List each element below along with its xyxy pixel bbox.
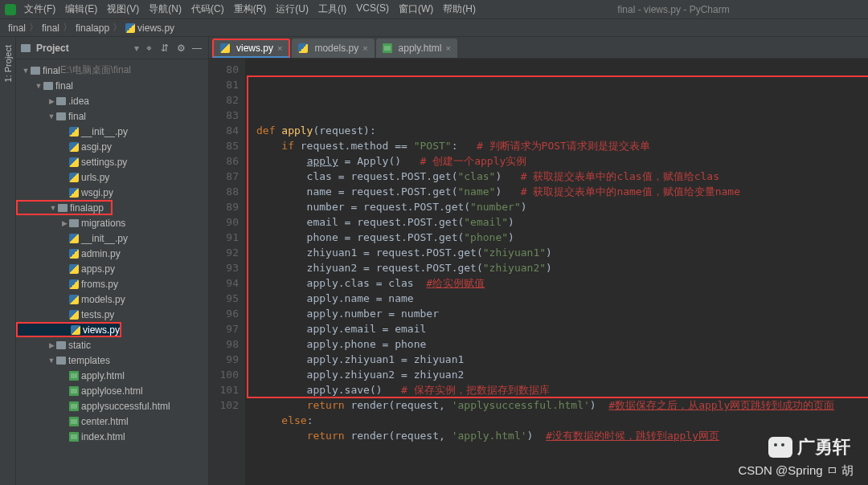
- tree-row[interactable]: tests.py: [16, 307, 208, 322]
- menu-item[interactable]: 导航(N): [144, 1, 186, 18]
- html-icon: [69, 386, 79, 396]
- minimize-icon[interactable]: —: [190, 42, 203, 55]
- close-icon[interactable]: ×: [362, 43, 367, 53]
- line-number: 80: [209, 62, 239, 77]
- tree-label: __init__.py: [81, 126, 128, 137]
- tree-row[interactable]: views.py: [16, 322, 121, 337]
- code-line[interactable]: apply.email = email: [256, 321, 868, 336]
- tree-label: wsgi.py: [81, 187, 113, 198]
- tree-row[interactable]: wsgi.py: [16, 185, 208, 200]
- line-number: 97: [209, 321, 239, 336]
- menu-item[interactable]: 窗口(W): [394, 1, 438, 18]
- code-line[interactable]: apply = Apply() # 创建一个apply实例: [256, 153, 868, 169]
- sort-icon[interactable]: ⇵: [158, 42, 171, 55]
- breadcrumb-item[interactable]: final: [8, 22, 26, 34]
- code-line[interactable]: [256, 108, 868, 123]
- code-line[interactable]: apply.save() # 保存实例，把数据存到数据库: [256, 382, 868, 397]
- close-icon[interactable]: ×: [277, 43, 282, 53]
- menu-item[interactable]: 重构(R): [229, 1, 272, 18]
- code-line[interactable]: apply.number = number: [256, 306, 868, 321]
- tree-row[interactable]: ▼templates: [16, 353, 208, 368]
- editor-tab[interactable]: models.py×: [292, 39, 374, 58]
- tree-row[interactable]: __init__.py: [16, 230, 208, 246]
- code-line[interactable]: def apply(request):: [256, 123, 868, 138]
- menu-item[interactable]: 编辑(E): [60, 1, 102, 18]
- menu-item[interactable]: 帮助(H): [438, 1, 481, 18]
- code-line[interactable]: else:: [256, 413, 868, 428]
- tree-row[interactable]: applysuccessful.html: [16, 398, 208, 414]
- code-line[interactable]: name = request.POST.get("name") # 获取提交表单…: [256, 184, 868, 199]
- editor-tab[interactable]: views.py×: [212, 39, 290, 58]
- line-number: 86: [209, 153, 239, 169]
- tree-row[interactable]: applylose.html: [16, 383, 208, 398]
- menu-item[interactable]: VCS(S): [351, 1, 394, 18]
- editor-area: views.py×models.py×apply.html× 808182838…: [209, 37, 868, 485]
- line-number: 84: [209, 123, 239, 138]
- tab-label: apply.html: [399, 43, 442, 54]
- tree-row[interactable]: ▼final: [16, 108, 208, 124]
- editor[interactable]: 8081828384858687888990919293949596979899…: [209, 59, 868, 485]
- tree-row[interactable]: admin.py: [16, 246, 208, 261]
- fold-icon: [58, 204, 68, 212]
- code-line[interactable]: apply.phone = phone: [256, 336, 868, 352]
- code-line[interactable]: number = request.POST.get("number"): [256, 199, 868, 214]
- code-line[interactable]: return render(request, 'applysuccessful.…: [256, 397, 868, 413]
- py-icon: [298, 43, 308, 53]
- tree-row[interactable]: ▼final E:\电脑桌面\final: [16, 63, 208, 78]
- side-tab-project[interactable]: 1: Project: [3, 42, 13, 85]
- tree-row[interactable]: apply.html: [16, 368, 208, 383]
- tree-row[interactable]: apps.py: [16, 261, 208, 276]
- tree-row[interactable]: urls.py: [16, 169, 208, 185]
- tree-label: migrations: [81, 218, 125, 229]
- code-line[interactable]: apply.clas = clas #给实例赋值: [256, 275, 868, 291]
- editor-tab[interactable]: apply.html×: [376, 39, 457, 58]
- line-number: 81: [209, 77, 239, 92]
- py-icon: [220, 43, 230, 53]
- code-line[interactable]: apply.zhiyuan1 = zhiyuan1: [256, 352, 868, 367]
- code-line[interactable]: zhiyuan2 = request.POST.get("zhiyuan2"): [256, 260, 868, 275]
- code-line[interactable]: if request.method == "POST": # 判断请求为POST…: [256, 138, 868, 153]
- menu-item[interactable]: 视图(V): [102, 1, 144, 18]
- code-line[interactable]: zhiyuan1 = request.POST.get("zhiyuan1"): [256, 245, 868, 260]
- locate-icon[interactable]: ⌖: [142, 42, 155, 55]
- breadcrumb-item[interactable]: final: [42, 22, 59, 34]
- code-line[interactable]: apply.name = name: [256, 291, 868, 306]
- menu-item[interactable]: 工具(I): [313, 1, 351, 18]
- tree-row[interactable]: models.py: [16, 291, 208, 307]
- gear-icon[interactable]: ⚙: [174, 42, 187, 55]
- tree-label: froms.py: [81, 279, 118, 290]
- tree-row[interactable]: ▶.idea: [16, 93, 208, 108]
- tree-row[interactable]: froms.py: [16, 276, 208, 291]
- menu-item[interactable]: 运行(U): [271, 1, 313, 18]
- tree-label: apply.html: [81, 370, 125, 381]
- code-content[interactable]: def apply(request): if request.method ==…: [245, 59, 868, 485]
- project-panel: Project ▾ ⌖ ⇵ ⚙ — ▼final E:\电脑桌面\final▼f…: [16, 37, 209, 485]
- breadcrumb-item[interactable]: finalapp: [76, 22, 109, 34]
- project-tree[interactable]: ▼final E:\电脑桌面\final▼final▶.idea▼final__…: [16, 59, 208, 485]
- tree-label: tests.py: [81, 309, 114, 320]
- tree-row[interactable]: ▶migrations: [16, 215, 208, 230]
- tree-row[interactable]: ▼finalapp: [16, 200, 113, 215]
- tree-row[interactable]: settings.py: [16, 154, 208, 169]
- html-icon: [69, 371, 79, 381]
- app-icon: [5, 4, 16, 15]
- line-number: 98: [209, 336, 239, 352]
- code-line[interactable]: phone = request.POST.get("phone"): [256, 230, 868, 245]
- code-line[interactable]: email = request.POST.get("email"): [256, 214, 868, 230]
- tree-row[interactable]: ▶static: [16, 337, 208, 353]
- breadcrumb-item[interactable]: views.py: [125, 22, 174, 34]
- fold-icon: [69, 219, 79, 227]
- menu-item[interactable]: 文件(F): [19, 1, 60, 18]
- tree-label: views.py: [83, 324, 120, 336]
- tree-row[interactable]: center.html: [16, 414, 208, 429]
- tree-row[interactable]: __init__.py: [16, 124, 208, 139]
- tree-row[interactable]: asgi.py: [16, 139, 208, 154]
- code-line[interactable]: clas = request.POST.get("clas") # 获取提交表单…: [256, 169, 868, 184]
- line-number: 92: [209, 245, 239, 260]
- close-icon[interactable]: ×: [445, 43, 450, 53]
- tree-row[interactable]: ▼final: [16, 78, 208, 93]
- tree-row[interactable]: index.html: [16, 429, 208, 444]
- menu-item[interactable]: 代码(C): [186, 1, 229, 18]
- tree-label: finalapp: [70, 202, 104, 214]
- code-line[interactable]: apply.zhiyuan2 = zhiyuan2: [256, 367, 868, 382]
